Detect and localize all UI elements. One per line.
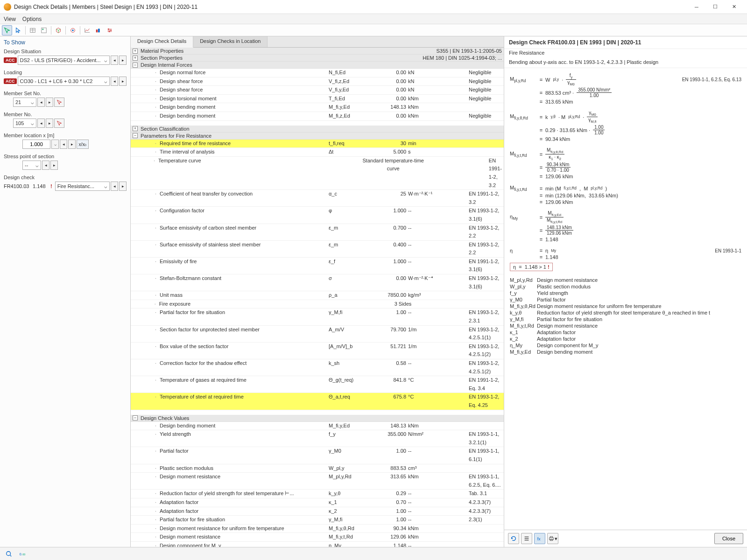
data-row: Reduction factor of yield strength for s… (131, 490, 504, 498)
memberset-next[interactable]: ▸ (46, 98, 53, 107)
stress-combo[interactable]: --⌵ (22, 161, 41, 170)
tool-cursor-icon[interactable] (13, 25, 23, 35)
memberno-prev[interactable]: ◂ (37, 119, 45, 128)
svg-point-11 (109, 31, 110, 32)
menu-bar: View Options (0, 14, 747, 24)
tab-details[interactable]: Design Check Details (131, 36, 193, 48)
loading-next[interactable]: ▸ (119, 77, 127, 86)
minimize-button[interactable]: ─ (687, 0, 706, 14)
situation-prev[interactable]: ◂ (111, 56, 118, 65)
check-fail-icon: ! (50, 183, 52, 189)
formula-icon[interactable]: fx (534, 533, 545, 544)
loading-prev[interactable]: ◂ (111, 77, 118, 86)
tool-select-icon[interactable] (2, 25, 12, 35)
result-box: η = 1.148 > 1 ! (510, 263, 553, 271)
tool-props-icon[interactable] (39, 25, 49, 35)
close-window-button[interactable]: ✕ (725, 0, 743, 14)
memberloc-xx-icon[interactable]: x/x₀ (77, 140, 89, 149)
situation-combo[interactable]: DS2 - ULS (STR/GEO) - Accident...⌵ (18, 56, 110, 65)
data-row: Fire exposure3 Sides (131, 300, 504, 309)
svg-text:0.: 0. (20, 552, 22, 556)
menu-view[interactable]: View (4, 16, 16, 22)
data-row: Design moment resistance for uniform fir… (131, 525, 504, 533)
section-classification[interactable]: + Section Classification (131, 126, 504, 133)
memberloc-prev[interactable]: ◂ (60, 140, 67, 149)
section-internal-forces[interactable]: − Design Internal Forces (131, 62, 504, 69)
memberloc-down[interactable]: ⌵ (51, 140, 59, 149)
app-icon (4, 3, 11, 11)
memberset-prev[interactable]: ◂ (37, 98, 45, 107)
memberset-pick-icon[interactable] (54, 98, 64, 107)
data-row: Design normal forceN_fi,Ed0.00kNNegligib… (131, 69, 504, 77)
data-row: Partial factorγ_M01.00--EN 1993-1-1, 6.1… (131, 447, 504, 464)
data-row: Emissivity of fireε_f1.000--EN 1991-1-2,… (131, 258, 504, 274)
memberset-label: Member Set No. (4, 91, 127, 96)
close-button[interactable]: Close (714, 533, 743, 544)
situation-badge: ACC (4, 57, 17, 63)
memberloc-next[interactable]: ▸ (68, 140, 76, 149)
stress-next[interactable]: ▸ (50, 161, 58, 170)
data-row: Temperature curveStandard temperature-ti… (131, 157, 504, 190)
memberloc-label: Member location x [m] (4, 133, 127, 138)
expand-icon[interactable]: + (133, 126, 138, 131)
status-units-icon[interactable]: 0.00 (18, 549, 28, 559)
data-row: Configuration factorφ1.000--EN 1993-1-2,… (131, 207, 504, 224)
section-material-properties[interactable]: + Material Properties S355 | EN 1993-1-1… (131, 48, 504, 55)
stress-prev[interactable]: ◂ (42, 161, 49, 170)
check-next[interactable]: ▸ (119, 182, 127, 191)
data-row: Time interval of analysisΔt5.000s (131, 148, 504, 157)
collapse-icon[interactable]: − (133, 133, 138, 138)
tool-chart-icon[interactable] (82, 25, 92, 35)
svg-point-10 (110, 29, 112, 31)
data-row: Unit massρ_a7850.00kg/m³ (131, 291, 504, 300)
check-prev[interactable]: ◂ (111, 182, 118, 191)
memberloc-input[interactable] (22, 140, 50, 149)
data-row: Adaptation factorκ_10.70--4.2.3.3(7) (131, 498, 504, 507)
list-icon[interactable] (521, 533, 532, 544)
svg-rect-4 (42, 28, 44, 30)
memberno-spin[interactable]: 105⌵ (13, 119, 36, 128)
loading-combo[interactable]: CO30 - LC1 + LC6 + 0.30 * LC2⌵ (18, 77, 110, 86)
expand-icon[interactable]: + (133, 49, 138, 54)
tool-settings-icon[interactable] (105, 25, 115, 35)
tool-sigma-icon[interactable] (68, 25, 78, 35)
collapse-icon[interactable]: − (133, 63, 138, 68)
tool-table-icon[interactable] (28, 25, 38, 35)
menu-options[interactable]: Options (22, 16, 42, 22)
tab-location[interactable]: Design Checks in Location (193, 36, 268, 47)
right-title: Design Check FR4100.03 | EN 1993 | DIN |… (504, 36, 747, 49)
legend-row: κ_1Adaptation factor (510, 329, 741, 336)
memberset-spin[interactable]: 21⌵ (13, 98, 36, 107)
left-header: To Show (4, 39, 127, 46)
collapse-icon[interactable]: − (133, 415, 138, 420)
data-row: Design bending momentM_fi,y,Ed148.13kNm (131, 422, 504, 431)
window-title: Design Check Details | Members | Steel D… (14, 4, 687, 10)
maximize-button[interactable]: ☐ (706, 0, 725, 14)
loading-badge: ACC (4, 78, 17, 84)
section-section-properties[interactable]: + Section Properties HEM 180 | DIN 1025-… (131, 55, 504, 62)
check-combo[interactable]: Fire Resistanc...⌵ (55, 182, 110, 191)
situation-next[interactable]: ▸ (119, 56, 127, 65)
memberno-label: Member No. (4, 112, 127, 117)
data-row: Design bending momentM_fi,y,Ed148.13kNm (131, 103, 504, 112)
tool-3d-icon[interactable] (53, 25, 63, 35)
formula-area: Mpl,y,Rd= Wpl,y · fyγM0 EN 1993-1-1, 6.2… (504, 68, 747, 530)
check-label: Design check (4, 175, 127, 180)
data-row: Coefficient of heat transfer by convecti… (131, 190, 504, 207)
tool-gauge-icon[interactable] (93, 25, 104, 35)
memberno-pick-icon[interactable] (54, 119, 64, 128)
section-check-values[interactable]: − Design Check Values (131, 415, 504, 422)
refresh-icon[interactable] (508, 533, 519, 544)
data-row: Yield strengthf_y355.000N/mm²EN 1993-1-1… (131, 430, 504, 447)
legend-row: γ_M,fiPartial factor for fire situation (510, 316, 741, 322)
print-icon[interactable]: ▾ (547, 533, 558, 544)
check-id: FR4100.03 (4, 183, 32, 189)
section-fire-params[interactable]: − Parameters for Fire Resistance (131, 133, 504, 140)
status-help-icon[interactable] (4, 549, 14, 559)
memberno-next[interactable]: ▸ (46, 119, 53, 128)
svg-rect-8 (98, 28, 100, 32)
right-sub2: Bending about y-axis acc. to EN 1993-1-2… (504, 58, 747, 68)
data-grid[interactable]: + Material Properties S355 | EN 1993-1-1… (131, 48, 504, 547)
expand-icon[interactable]: + (133, 56, 138, 61)
data-row: Design component for M_yη_My1.148-- (131, 542, 504, 547)
